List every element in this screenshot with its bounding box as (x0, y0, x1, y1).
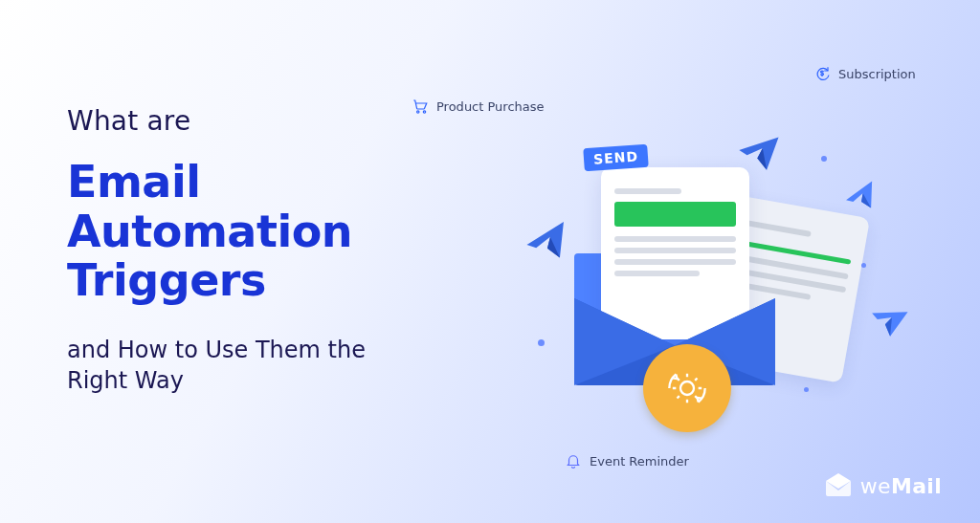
logo-text: weMail (860, 474, 942, 498)
decorative-dot (538, 339, 545, 346)
bell-icon (565, 452, 582, 469)
send-badge: SEND (583, 144, 648, 172)
main-title: Email Automation Triggers (67, 158, 431, 306)
dollar-refresh-icon (813, 65, 831, 82)
paper-plane-icon (735, 129, 781, 175)
decorative-dot (821, 156, 827, 162)
paper-plane-icon (522, 217, 571, 267)
decorative-dot (861, 263, 866, 268)
gear-cycle-icon (660, 361, 714, 415)
cart-icon (412, 98, 429, 115)
paper-plane-icon (841, 178, 880, 216)
sub-title: and How to Use Them the Right Way (67, 335, 431, 397)
svg-point-1 (423, 111, 425, 113)
svg-point-0 (417, 111, 419, 113)
green-block (614, 202, 736, 227)
tag-event-reminder: Event Reminder (565, 452, 689, 469)
tag-label: Event Reminder (590, 454, 689, 469)
hero-banner: { "headline": { "lead": "What are", "tit… (0, 0, 980, 523)
envelope-logo-icon (824, 473, 853, 498)
tag-label: Subscription (838, 67, 916, 81)
tag-label: Product Purchase (436, 99, 545, 114)
lead-text: What are (67, 105, 431, 137)
decorative-dot (804, 387, 809, 392)
envelope-illustration: SEND (517, 148, 900, 435)
automation-gear-badge (643, 344, 731, 432)
tag-product-purchase: Product Purchase (412, 98, 545, 115)
wemail-logo: weMail (824, 473, 942, 498)
tag-subscription: Subscription (813, 65, 916, 82)
headline-block: What are Email Automation Triggers and H… (67, 105, 431, 396)
svg-point-2 (680, 381, 694, 395)
paper-plane-icon (863, 295, 910, 342)
